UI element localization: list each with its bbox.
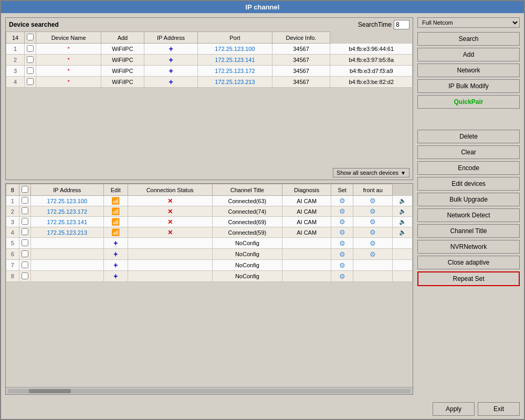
row-wifi: 📶 (103, 217, 128, 227)
row-info: b4:fb:e3:be:82:d2 (330, 77, 413, 88)
row-checkbox[interactable] (22, 239, 28, 246)
row-status: NoConfig (212, 238, 282, 249)
gear-icon[interactable]: ⚙ (339, 218, 345, 226)
gear-icon[interactable]: ⚙ (339, 239, 345, 247)
table-row: 7 + NoConfig ⚙ (6, 260, 413, 271)
gear-icon[interactable]: ⚙ (339, 228, 345, 236)
encode-button[interactable]: Encode (417, 161, 520, 175)
add-icon[interactable]: + (113, 272, 118, 280)
add-icon[interactable]: + (113, 261, 118, 269)
row-channel-title (282, 260, 331, 271)
row-info: b4:fb:e3:d7:f3:a9 (330, 66, 413, 77)
row-checkbox-cell[interactable] (19, 196, 30, 206)
row-checkbox[interactable] (27, 78, 34, 85)
col-checkbox-bottom (19, 184, 30, 196)
row-checkbox-cell[interactable] (25, 44, 36, 55)
gear-icon[interactable]: ⚙ (339, 207, 345, 215)
row-checkbox-cell[interactable] (19, 260, 30, 271)
row-add-btn[interactable]: + (144, 66, 198, 77)
delete-button[interactable]: Delete (417, 130, 520, 143)
x-icon: ✕ (167, 229, 173, 236)
add-icon[interactable]: + (113, 250, 118, 258)
row-checkbox[interactable] (27, 67, 34, 74)
apply-button[interactable]: Apply (433, 402, 475, 416)
speaker-icon[interactable]: 🔈 (399, 218, 406, 225)
set-icon[interactable]: ⚙ (370, 250, 376, 258)
network-button[interactable]: Network (417, 64, 520, 77)
close-adaptive-button[interactable]: Close adaptive (417, 256, 520, 269)
row-checkbox-cell[interactable] (19, 249, 30, 260)
gear-icon[interactable]: ⚙ (339, 261, 345, 269)
row-checkbox-cell[interactable] (25, 55, 36, 66)
repeat-set-button[interactable]: Repeat Set (417, 271, 520, 286)
network-detect-button[interactable]: Network Detect (417, 208, 520, 222)
row-checkbox[interactable] (22, 272, 28, 279)
speaker-icon[interactable]: 🔈 (399, 208, 406, 214)
set-icon[interactable]: ⚙ (370, 239, 376, 247)
show-devices-dropdown[interactable]: Show all search devices ▼ (333, 168, 410, 177)
row-checkbox[interactable] (27, 56, 34, 63)
table-row: 2 * WiFiIPC + 172.25.123.141 34567 b4:fb… (6, 55, 413, 66)
select-all-bottom[interactable] (22, 186, 28, 193)
set-icon[interactable]: ⚙ (370, 228, 376, 236)
set-icon[interactable]: ⚙ (370, 207, 376, 215)
row-add-btn[interactable]: + (144, 44, 198, 55)
row-speaker: 🔈 (393, 196, 413, 206)
table-row: 8 + NoConfig ⚙ (6, 271, 413, 282)
row-status: Connected(69) (212, 217, 282, 227)
table-row: 4 * WiFiIPC + 172.25.123.213 34567 b4:fb… (6, 77, 413, 88)
row-checkbox[interactable] (22, 197, 28, 204)
wifi-icon: 📶 (111, 197, 120, 205)
row-checkbox-cell[interactable] (25, 77, 36, 88)
col-checkbox (25, 32, 36, 44)
row-channel-title (282, 249, 331, 260)
row-checkbox-cell[interactable] (19, 271, 30, 282)
row-checkbox-cell[interactable] (25, 66, 36, 77)
nvr-network-button[interactable]: NVRNetwork (417, 240, 520, 254)
col-front-au: front au (353, 184, 392, 196)
row-x (128, 271, 212, 282)
edit-devices-button[interactable]: Edit devices (417, 177, 520, 191)
row-add-btn[interactable]: + (144, 77, 198, 88)
set-icon[interactable]: ⚙ (370, 218, 376, 226)
row-num: 3 (6, 66, 25, 77)
exit-button[interactable]: Exit (478, 402, 520, 416)
gear-icon[interactable]: ⚙ (339, 272, 345, 280)
gear-icon[interactable]: ⚙ (339, 197, 345, 205)
dropdown-arrow: ▼ (401, 170, 406, 176)
search-time-input[interactable] (394, 20, 410, 29)
row-port: 34567 (272, 55, 330, 66)
row-checkbox-cell[interactable] (19, 206, 30, 217)
row-checkbox-cell[interactable] (19, 238, 30, 249)
ip-bulk-modify-button[interactable]: IP Bulk Modify (417, 79, 520, 93)
speaker-icon[interactable]: 🔈 (399, 229, 406, 235)
horizontal-scrollbar[interactable] (6, 387, 413, 394)
row-ip-bottom: 172.25.123.100 (30, 196, 103, 206)
gear-icon[interactable]: ⚙ (339, 250, 345, 258)
clear-button[interactable]: Clear (417, 145, 520, 159)
bulk-upgrade-button[interactable]: Bulk Upgrade (417, 193, 520, 206)
row-checkbox[interactable] (22, 218, 28, 225)
row-speaker: 🔈 (393, 206, 413, 217)
row-add-btn[interactable]: + (144, 55, 198, 66)
set-icon[interactable]: ⚙ (370, 197, 376, 205)
channel-title-button[interactable]: Channel Title (417, 224, 520, 238)
row-checkbox[interactable] (22, 228, 28, 235)
row-checkbox[interactable] (22, 250, 28, 257)
quickpair-button[interactable]: QuickPair (417, 95, 520, 109)
row-ip-bottom: 172.25.123.172 (30, 206, 103, 217)
row-checkbox-cell[interactable] (19, 227, 30, 238)
row-wifi: + (103, 249, 128, 260)
row-star: * (36, 77, 101, 88)
row-checkbox[interactable] (22, 261, 28, 268)
add-button[interactable]: Add (417, 48, 520, 61)
row-checkbox[interactable] (27, 45, 34, 52)
network-select[interactable]: Full Netcom (417, 17, 520, 28)
row-status: Connected(63) (212, 196, 282, 206)
search-button[interactable]: Search (417, 32, 520, 46)
select-all-top[interactable] (27, 34, 34, 40)
speaker-icon[interactable]: 🔈 (399, 197, 406, 204)
row-checkbox[interactable] (22, 207, 28, 214)
add-icon[interactable]: + (113, 239, 118, 247)
row-checkbox-cell[interactable] (19, 217, 30, 227)
